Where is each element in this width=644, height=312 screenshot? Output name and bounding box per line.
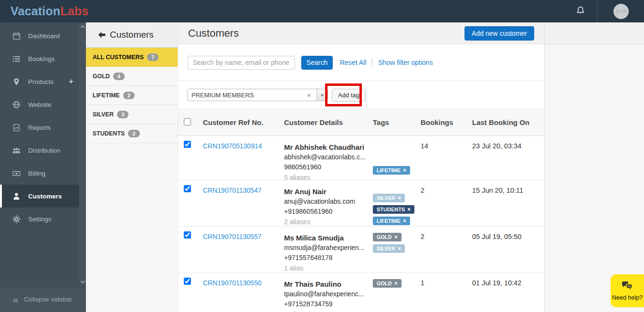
customer-details: Ms Milica Smudja msmudja@farahexperien..… — [280, 227, 369, 273]
customer-aliases: 1 alias — [284, 263, 369, 273]
customer-tags: SILVER×STUDENTS×LIFETIME× — [369, 180, 417, 227]
sidebar-item-billing[interactable]: Billing — [0, 162, 79, 185]
row-checkbox[interactable] — [184, 231, 191, 239]
clear-selection-icon[interactable]: × — [305, 92, 313, 99]
column-header-ref: Customer Ref No. — [199, 118, 280, 126]
select-dropdown-toggle[interactable]: ▾ — [317, 89, 327, 101]
logo-text-vacation: Vacation — [11, 4, 60, 18]
count-badge: 2 — [128, 130, 139, 137]
plus-icon[interactable]: + — [69, 77, 74, 86]
tagnav-label: GOLD — [93, 73, 110, 80]
customer-phone: 9860561960 — [284, 162, 369, 172]
app-window: VacationLabs 30 x 30 — [0, 0, 644, 312]
calendar-icon — [12, 32, 21, 40]
tagnav-lifetime[interactable]: LIFETIME 2 — [86, 86, 178, 105]
row-checkbox[interactable] — [184, 278, 191, 285]
need-help-label: Need help? — [612, 294, 643, 301]
tag-pill-label: LIFETIME — [377, 218, 401, 224]
tagnav-label: STUDENTS — [93, 130, 125, 137]
customer-name: Ms Milica Smudja — [284, 233, 369, 243]
customer-details: Mr Abhishek Chaudhari abhishek@vacationl… — [280, 136, 369, 183]
show-filter-options-link[interactable]: Show filter options — [378, 59, 433, 66]
remove-tag-icon[interactable]: × — [403, 218, 406, 224]
navbar-divider — [597, 0, 598, 22]
tagnav-gold[interactable]: GOLD 4 — [86, 67, 178, 86]
remove-tag-icon[interactable]: × — [394, 281, 398, 286]
tag-pill-label: LIFETIME — [377, 167, 401, 173]
tag-pill-label: GOLD — [377, 281, 392, 286]
sidebar-item-label: Products — [28, 78, 53, 85]
right-gutter-header-band — [545, 22, 644, 44]
tagnav-silver[interactable]: SILVER 3 — [86, 105, 178, 124]
customer-tags: LIFETIME× — [369, 136, 417, 183]
sidebar-item-settings[interactable]: Settings — [0, 208, 79, 230]
back-header-label: Customers — [110, 30, 154, 40]
tagnav-students[interactable]: STUDENTS 2 — [86, 124, 178, 143]
user-avatar[interactable]: 30 x 30 — [613, 4, 629, 19]
sidebar-item-bookings[interactable]: Bookings — [0, 47, 79, 70]
navbar-right: 30 x 30 — [564, 0, 644, 22]
column-header-bookings: Bookings — [417, 118, 466, 126]
row-checkbox[interactable] — [184, 185, 191, 192]
remove-tag-icon[interactable]: × — [407, 207, 411, 212]
select-all-checkbox[interactable] — [184, 118, 191, 125]
sidebar-item-website[interactable]: Website — [0, 93, 79, 116]
main-content: Customers Add new customer Search Reset … — [178, 22, 544, 312]
remove-tag-icon[interactable]: × — [403, 167, 406, 173]
bell-icon — [576, 6, 585, 17]
page-title: Customers — [188, 27, 239, 40]
notifications-button[interactable] — [564, 6, 597, 17]
add-tag-button[interactable]: Add tag — [332, 89, 366, 102]
customer-ref-link[interactable]: CRN190705130914 — [203, 142, 262, 150]
add-new-customer-button[interactable]: Add new customer — [465, 26, 534, 41]
reset-all-link[interactable]: Reset All — [340, 59, 366, 66]
sidebar-item-label: Bookings — [28, 55, 55, 62]
customer-aliases: 2 aliases — [284, 217, 369, 227]
tagnav-all-customers[interactable]: ALL CUSTOMERS 7 — [86, 48, 178, 67]
need-help-button[interactable]: Need help? — [611, 274, 644, 307]
tagnav-label: ALL CUSTOMERS — [93, 54, 144, 61]
users-icon — [12, 146, 21, 155]
customer-phone: +919860561960 — [284, 207, 369, 217]
tag-pill-label: SILVER — [377, 246, 395, 251]
sidebar-item-reports[interactable]: Reports — [0, 116, 79, 139]
column-header-tags: Tags — [369, 118, 417, 126]
sidebar-item-distribution[interactable]: Distribution — [0, 139, 79, 162]
tag-pill-label: SILVER — [377, 195, 395, 201]
list-icon — [12, 55, 21, 63]
tagnav-label: LIFETIME — [93, 92, 120, 99]
row-checkbox[interactable] — [184, 141, 191, 148]
bookings-count: 2 — [417, 180, 466, 227]
customers-back-header[interactable]: Customers — [86, 22, 178, 48]
remove-tag-icon[interactable]: × — [398, 195, 401, 201]
collapse-sidebar-label: Collapse sidebar — [24, 296, 72, 303]
customer-ref-link[interactable]: CRN190701130557 — [203, 233, 262, 240]
logo-text-labs: Labs — [60, 4, 88, 18]
count-badge: 2 — [123, 92, 135, 99]
sidebar-item-products[interactable]: Products + — [0, 70, 79, 93]
scroll-down-icon[interactable] — [80, 279, 85, 284]
search-input[interactable] — [188, 56, 295, 70]
tag-pill-label: STUDENTS — [377, 207, 405, 212]
table-row: CRN190705130914 Mr Abhishek Chaudhari ab… — [178, 136, 544, 180]
remove-tag-icon[interactable]: × — [394, 234, 398, 240]
sidebar-item-customers[interactable]: Customers — [0, 185, 79, 208]
table-row: CRN190701130557 Ms Milica Smudja msmudja… — [178, 227, 544, 273]
customer-ref-link[interactable]: CRN190701130550 — [203, 279, 262, 287]
sidebar-item-label: Billing — [28, 170, 45, 177]
search-button[interactable]: Search — [301, 56, 333, 70]
sidebar-item-label: Dashboard — [28, 32, 60, 40]
tag-select[interactable]: PREMIUM MEMBERS × ▾ — [187, 89, 328, 101]
customer-ref-link[interactable]: CRN190701130547 — [203, 187, 262, 194]
gear-icon — [12, 215, 21, 223]
customer-email: abhishek@vacationlabs.c... — [284, 152, 369, 162]
vacationlabs-logo[interactable]: VacationLabs — [11, 4, 89, 18]
remove-tag-icon[interactable]: × — [398, 246, 401, 251]
scroll-up-icon[interactable] — [80, 25, 85, 30]
count-badge: 4 — [113, 73, 125, 80]
sidebar-item-dashboard[interactable]: Dashboard — [0, 24, 79, 47]
collapse-sidebar-button[interactable]: « Collapse sidebar — [0, 286, 86, 312]
chat-icon — [622, 281, 633, 293]
sidebar-nav: Dashboard Bookings Pro — [0, 22, 79, 230]
sidebar-scrollbar[interactable] — [79, 22, 86, 286]
